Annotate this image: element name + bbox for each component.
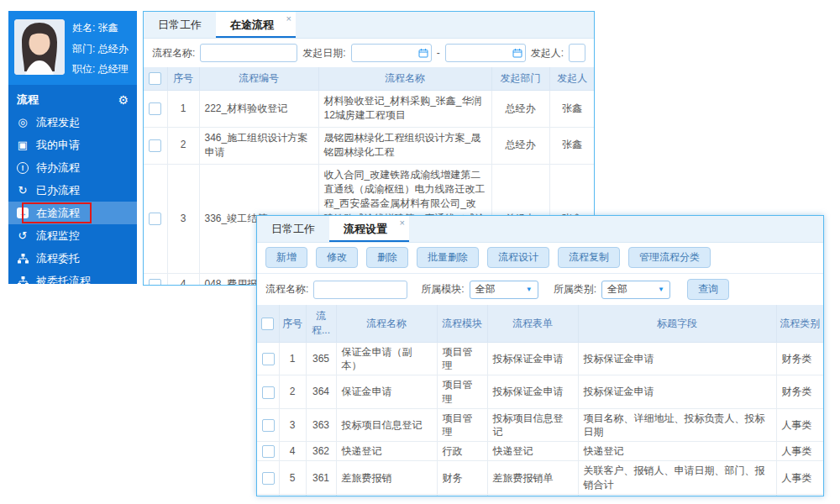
cell-fields: 投标保证金申请 <box>578 343 776 375</box>
row-checkbox[interactable] <box>262 445 275 458</box>
delete-button[interactable]: 删除 <box>366 247 408 268</box>
date-to-wrap <box>445 44 526 62</box>
chevron-down-icon: ▼ <box>526 286 533 293</box>
cell-name: 差旅费报销 <box>336 461 437 494</box>
row-checkbox[interactable] <box>149 213 161 225</box>
sidebar-section-header: 流程 ⚙ <box>8 88 137 111</box>
sidebar-item-pending-processes[interactable]: ! 待办流程 <box>8 156 137 179</box>
cell-module: 项目管理 <box>437 375 487 408</box>
table-row: 6 359 费用报销 管理类 费用报销 费用报销、报销编号、报销名称、所属项目 … <box>257 494 823 496</box>
sidebar-item-process-delegation[interactable]: 流程委托 <box>8 247 137 270</box>
process-name-input[interactable] <box>200 44 297 62</box>
tab-process-settings[interactable]: 流程设置 × <box>329 216 409 242</box>
row-checkbox[interactable] <box>149 279 161 286</box>
module-select[interactable]: 全部 ▼ <box>470 281 538 299</box>
cell-category: 财务类 <box>776 494 823 496</box>
table-row: 1 222_材料验收登记 材料验收登记_材料采购_张鑫_华润12城房建工程项目 … <box>144 91 595 128</box>
cell-person: 张鑫 <box>549 91 595 128</box>
batch-delete-button[interactable]: 批量删除 <box>417 247 479 268</box>
col-dept: 发起部门 <box>491 67 549 91</box>
cell-category: 人事类 <box>776 442 823 461</box>
sidebar-item-label: 流程监控 <box>36 228 80 244</box>
gear-icon[interactable]: ⚙ <box>118 93 129 107</box>
panel2-tabbar: 日常工作 流程设置 × <box>257 216 823 243</box>
sidebar-item-label: 被委托流程 <box>36 274 91 289</box>
row-checkbox[interactable] <box>262 419 275 432</box>
tab-daily-work[interactable]: 日常工作 <box>257 216 329 242</box>
cell-form: 差旅费报销单 <box>487 461 578 494</box>
user-profile: 姓名: 张鑫 部门: 总经办 职位: 总经理 <box>8 11 137 85</box>
initiator-input[interactable] <box>569 44 585 62</box>
sidebar-item-done-processes[interactable]: ↻ 已办流程 <box>8 179 137 202</box>
sidebar-item-label: 流程发起 <box>36 115 80 130</box>
close-icon[interactable]: × <box>286 13 291 24</box>
cell-name: 材料验收登记_材料采购_张鑫_华润12城房建工程项目 <box>318 91 491 128</box>
process-name-input[interactable] <box>313 281 407 299</box>
table-row: 1 365 保证金申请（副本） 项目管理 投标保证金申请 投标保证金申请 财务类 <box>257 343 823 375</box>
cell-category: 财务类 <box>776 343 823 375</box>
user-info: 姓名: 张鑫 部门: 总经办 职位: 总经理 <box>72 19 129 78</box>
cell-form: 快递登记 <box>487 442 578 461</box>
tab-daily-work[interactable]: 日常工作 <box>144 12 216 38</box>
cell-form: 投标保证金申请 <box>487 375 578 408</box>
cell-code: 359 <box>306 494 336 496</box>
tab-in-transit[interactable]: 在途流程 × <box>216 12 296 38</box>
sidebar-item-process-start[interactable]: ◎ 流程发起 <box>8 111 137 134</box>
sidebar-item-my-applications[interactable]: ▣ 我的申请 <box>8 134 137 156</box>
select-all-header <box>257 305 279 343</box>
table-header-row: 序号 流程... 流程名称 流程模块 流程表单 标题字段 流程类别 <box>257 305 823 343</box>
close-icon[interactable]: × <box>400 218 405 228</box>
alert-circle-icon: ! <box>17 162 29 174</box>
process-name-label: 流程名称: <box>265 282 308 297</box>
cell-no: 4 <box>279 442 306 461</box>
user-name: 张鑫 <box>98 22 118 34</box>
sidebar-menu: ◎ 流程发起 ▣ 我的申请 ! 待办流程 ↻ 已办流程 → 在途流程 ↺ <box>8 111 137 292</box>
col-name: 流程名称 <box>318 67 491 91</box>
sidebar: 姓名: 张鑫 部门: 总经办 职位: 总经理 流程 ⚙ ◎ 流程发起 ▣ 我的申… <box>8 11 137 284</box>
cell-module: 行政 <box>437 442 487 461</box>
category-select[interactable]: 全部 ▼ <box>601 281 670 299</box>
calendar-icon[interactable] <box>418 48 428 60</box>
row-checkbox[interactable] <box>149 102 161 115</box>
cell-module: 管理类 <box>437 494 487 496</box>
redo-icon: ↻ <box>17 185 29 197</box>
cell-name: 快递登记 <box>336 442 437 461</box>
sidebar-item-label: 我的申请 <box>36 138 80 153</box>
category-select-value: 全部 <box>607 282 627 297</box>
row-checkbox[interactable] <box>262 353 275 365</box>
col-code: 流程... <box>306 305 336 343</box>
in-transit-icon: → <box>17 207 29 218</box>
sidebar-item-process-monitor[interactable]: ↺ 流程监控 <box>8 224 137 247</box>
cell-code: 362 <box>306 442 336 461</box>
search-button[interactable]: 查询 <box>687 279 729 300</box>
cell-no: 3 <box>167 164 199 274</box>
cell-form: 投标项目信息登记 <box>487 408 578 441</box>
cell-code: 222_材料验收登记 <box>199 91 318 128</box>
add-button[interactable]: 新增 <box>265 247 307 268</box>
row-checkbox[interactable] <box>262 472 275 485</box>
cell-no: 4 <box>167 274 199 286</box>
select-all-checkbox[interactable] <box>149 72 161 85</box>
calendar-icon[interactable] <box>512 48 522 60</box>
manage-categories-button[interactable]: 管理流程分类 <box>628 247 711 268</box>
sidebar-item-delegated-processes[interactable]: 被委托流程 <box>8 270 137 292</box>
row-checkbox[interactable] <box>262 386 275 399</box>
cell-module: 项目管理 <box>437 343 487 375</box>
cell-name: 晟铭园林绿化工程组织设计方案_晟铭园林绿化工程 <box>318 127 491 164</box>
sidebar-item-in-transit-processes[interactable]: → 在途流程 <box>8 202 137 224</box>
row-checkbox[interactable] <box>149 139 161 152</box>
cell-code: 364 <box>306 375 336 408</box>
select-all-checkbox[interactable] <box>261 318 274 330</box>
process-copy-button[interactable]: 流程复制 <box>558 247 620 268</box>
col-module: 流程模块 <box>437 305 487 343</box>
cell-no: 6 <box>279 494 306 496</box>
edit-button[interactable]: 修改 <box>316 247 358 268</box>
monitor-refresh-icon: ↺ <box>17 230 29 242</box>
cell-code: 365 <box>306 343 336 375</box>
avatar-photo <box>14 19 65 75</box>
user-dept: 总经办 <box>98 43 129 55</box>
user-title-label: 职位: <box>72 63 95 75</box>
process-design-button[interactable]: 流程设计 <box>487 247 549 268</box>
cell-module: 项目管理 <box>437 408 487 441</box>
cell-code: 363 <box>306 408 336 441</box>
